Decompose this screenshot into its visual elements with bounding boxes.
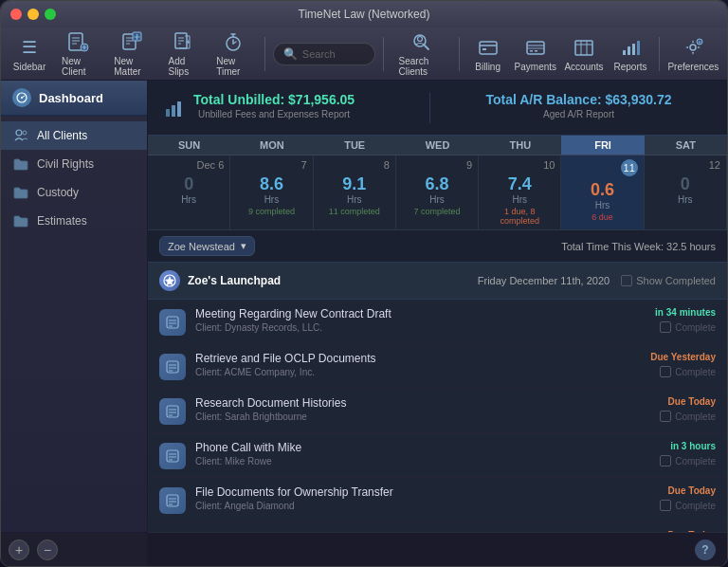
task-due-5: Due Today xyxy=(668,485,716,496)
maximize-button[interactable] xyxy=(45,9,56,20)
cal-hrs-sat: 0 xyxy=(650,174,720,194)
task-client-1: Client: Dynasty Records, LLC. xyxy=(195,322,646,333)
task-complete-4[interactable]: Complete xyxy=(660,455,716,466)
cal-day-mon[interactable]: 7 8.6 Hrs 9 completed xyxy=(230,155,313,230)
task-checkbox-3[interactable] xyxy=(660,411,671,422)
task-client-5: Client: Angela Diamond xyxy=(195,501,650,511)
cal-day-fri[interactable]: 11 0.6 Hrs 6 due xyxy=(561,155,644,230)
task-title-4: Phone Call with Mike xyxy=(195,441,650,454)
preferences-button[interactable]: + Preferences xyxy=(667,32,719,76)
task-due-2: Due Yesterday xyxy=(650,352,716,362)
cal-note-fri: 6 due xyxy=(567,212,637,222)
payments-icon xyxy=(524,36,547,59)
sidebar-dashboard[interactable]: Dashboard xyxy=(1,81,147,116)
cal-day-sat[interactable]: 12 0 Hrs xyxy=(645,155,727,230)
cal-day-sun[interactable]: Dec 6 0 Hrs xyxy=(148,155,230,230)
launchpad-header: Zoe's Launchpad Friday December 11th, 20… xyxy=(148,263,727,300)
task-checkbox-4[interactable] xyxy=(660,455,671,466)
task-complete-3[interactable]: Complete xyxy=(660,411,716,422)
billing-button[interactable]: Billing xyxy=(467,32,509,76)
cal-date-thu: 10 xyxy=(484,159,555,171)
new-timer-button[interactable]: New Timer xyxy=(209,27,257,81)
task-checkbox-2[interactable] xyxy=(660,366,671,377)
new-client-button[interactable]: New Client xyxy=(54,27,102,81)
reports-button[interactable]: Reports xyxy=(610,32,651,76)
window-title: TimeNet Law (Networked) xyxy=(299,8,430,21)
task-client-4: Client: Mike Rowe xyxy=(195,456,650,466)
search-clients-button[interactable]: Search Clients xyxy=(391,27,451,81)
task-content-3: Research Document Histories Client: Sara… xyxy=(195,396,650,422)
launchpad-icon xyxy=(159,270,180,291)
sidebar-footer: + − xyxy=(1,532,147,566)
svg-point-49 xyxy=(16,130,22,136)
svg-rect-42 xyxy=(637,41,640,55)
add-slips-button[interactable]: + Add Slips xyxy=(160,27,205,81)
cal-note-mon: 9 completed xyxy=(236,207,306,216)
new-matter-icon xyxy=(120,30,143,53)
sidebar-item-custody[interactable]: Custody xyxy=(1,178,147,207)
toolbar-separator-4 xyxy=(659,37,660,71)
cal-note-tue: 11 completed xyxy=(319,207,390,216)
new-client-icon xyxy=(67,30,90,53)
task-status-3: Due Today Complete xyxy=(660,396,716,422)
task-title-5: File Documents for Ownership Transfer xyxy=(195,485,650,499)
task-content-4: Phone Call with Mike Client: Mike Rowe xyxy=(195,441,650,466)
cal-date-sun: Dec 6 xyxy=(154,159,224,171)
launchpad-title: Zoe's Launchpad xyxy=(188,274,281,287)
dashboard-icon xyxy=(12,88,31,107)
show-completed-toggle[interactable]: Show Completed xyxy=(621,275,716,286)
cal-date-tue: 8 xyxy=(319,159,390,171)
task-checkbox-1[interactable] xyxy=(660,321,671,333)
payments-button[interactable]: Payments xyxy=(513,32,558,76)
cal-header-mon: MON xyxy=(230,136,313,155)
cal-header-thu: THU xyxy=(479,136,561,155)
search-bar[interactable]: 🔍 Search xyxy=(273,43,375,65)
add-sidebar-item-button[interactable]: + xyxy=(9,540,29,560)
task-title-1: Meeting Regarding New Contract Draft xyxy=(195,307,646,320)
stats-header: Total Unbilled: $71,956.05 Unbilled Fees… xyxy=(148,81,727,136)
task-item: Research Document Histories Client: Sara… xyxy=(148,389,727,433)
cal-label-fri: Hrs xyxy=(567,200,637,210)
svg-rect-53 xyxy=(177,101,181,117)
accounts-button[interactable]: Accounts xyxy=(562,32,606,76)
new-matter-button[interactable]: New Matter xyxy=(106,27,156,81)
task-status-2: Due Yesterday Complete xyxy=(650,352,716,377)
task-icon-2 xyxy=(159,354,186,380)
sidebar-item-all-clients[interactable]: All Clients xyxy=(1,121,147,150)
minimize-button[interactable] xyxy=(27,9,39,20)
task-checkbox-5[interactable] xyxy=(660,500,671,511)
cal-day-tue[interactable]: 8 9.1 Hrs 11 completed xyxy=(314,155,396,230)
svg-point-25 xyxy=(418,37,423,42)
help-button[interactable]: ? xyxy=(695,540,716,560)
unbilled-stat: Total Unbilled: $71,956.05 Unbilled Fees… xyxy=(163,92,429,123)
unbilled-subtitle: Unbilled Fees and Expenses Report xyxy=(193,109,355,119)
task-complete-5[interactable]: Complete xyxy=(660,500,716,511)
svg-text:+: + xyxy=(699,39,701,45)
svg-rect-41 xyxy=(632,44,635,55)
reports-icon xyxy=(619,36,642,59)
show-completed-checkbox[interactable] xyxy=(621,275,632,286)
sidebar-item-estimates[interactable]: Estimates xyxy=(1,207,147,235)
user-selector-dropdown[interactable]: Zoe Newstead ▾ xyxy=(159,236,255,256)
task-icon-1 xyxy=(159,309,186,336)
close-button[interactable] xyxy=(10,9,22,20)
traffic-lights xyxy=(10,9,56,20)
sidebar-button[interactable]: ☰ Sidebar xyxy=(9,32,50,76)
cal-note-wed: 7 completed xyxy=(402,207,472,216)
cal-day-thu[interactable]: 10 7.4 Hrs 1 due, 8 completed xyxy=(479,155,561,230)
task-complete-2[interactable]: Complete xyxy=(660,366,716,377)
task-complete-1[interactable]: Complete xyxy=(660,321,716,333)
svg-rect-34 xyxy=(535,50,537,52)
svg-point-43 xyxy=(690,45,696,50)
new-timer-icon xyxy=(222,30,245,53)
task-status-1: in 34 minutes Complete xyxy=(655,307,716,333)
task-item: File Documents for Ownership Transfer Cl… xyxy=(148,478,727,522)
toolbar-separator-3 xyxy=(459,37,460,71)
sidebar-item-civil-rights[interactable]: Civil Rights xyxy=(1,150,147,178)
cal-day-wed[interactable]: 9 6.8 Hrs 7 completed xyxy=(396,155,479,230)
remove-sidebar-item-button[interactable]: − xyxy=(37,540,58,560)
ar-subtitle: Aged A/R Report xyxy=(446,109,712,119)
task-due-4: in 3 hours xyxy=(670,441,716,451)
task-content-5: File Documents for Ownership Transfer Cl… xyxy=(195,485,650,511)
unbilled-chart-icon xyxy=(163,96,186,123)
